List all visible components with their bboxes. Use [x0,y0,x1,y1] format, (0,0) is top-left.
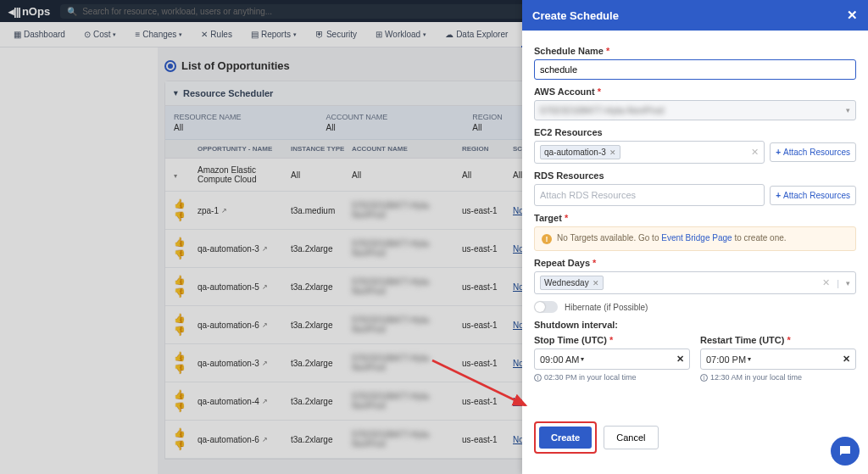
ec2-resources-label: EC2 Resources [534,127,856,137]
restart-time-label: Restart Time (UTC) * [700,335,856,345]
attach-rds-button[interactable]: +Attach Resources [770,186,856,205]
chevron-down-icon: ▾ [846,106,850,114]
highlight-box: Create [534,421,597,454]
cancel-button[interactable]: Cancel [604,426,658,449]
create-schedule-drawer: Create Schedule ✕ Schedule Name * AWS Ac… [522,0,868,474]
rds-resources-input[interactable]: Attach RDS Resources [534,184,765,206]
drawer-title: Create Schedule [532,9,619,22]
restart-time-hint: i12:30 AM in your local time [700,373,856,382]
event-bridge-link[interactable]: Event Bridge Page [661,233,732,243]
remove-chip-icon[interactable]: ✕ [609,148,616,157]
day-chip[interactable]: Wednesday✕ [540,276,604,290]
schedule-name-label: Schedule Name * [534,46,856,56]
create-button[interactable]: Create [539,427,592,449]
target-label: Target * [534,213,856,223]
info-icon: i [534,374,542,382]
restart-time-input[interactable]: 07:00 PM▾ ✕ [700,349,856,370]
clear-icon[interactable]: ✕ [751,147,759,158]
remove-chip-icon[interactable]: ✕ [593,279,599,287]
clear-icon[interactable]: ✕ [676,354,684,365]
resource-chip[interactable]: qa-automation-3✕ [540,145,620,159]
chevron-down-icon: ▾ [846,279,850,287]
attach-ec2-button[interactable]: +Attach Resources [770,142,856,162]
ec2-resources-input[interactable]: qa-automation-3✕ ✕ [534,141,765,164]
clear-icon[interactable]: ✕ [843,354,850,365]
drawer-header: Create Schedule ✕ [522,0,868,31]
schedule-name-input[interactable] [534,59,856,80]
stop-time-label: Stop Time (UTC) * [534,335,690,345]
repeat-days-label: Repeat Days * [534,258,856,268]
close-icon[interactable]: ✕ [847,8,858,23]
stop-time-hint: i02:30 PM in your local time [534,373,690,382]
info-icon: i [700,374,708,382]
hibernate-toggle[interactable] [534,301,558,313]
aws-account-select[interactable]: 570232108477-Hyla-NonProd ▾ [534,100,856,120]
rds-resources-label: RDS Resources [534,170,856,181]
chevron-down-icon: ▾ [748,355,751,363]
shutdown-interval-label: Shutdown interval: [534,320,856,330]
aws-account-label: AWS Account * [534,86,856,97]
drawer-footer: Create Cancel [522,411,868,474]
hibernate-label: Hibernate (if Possible) [565,303,648,312]
target-warning: ! No Targets available. Go to Event Brid… [534,226,856,251]
chat-icon [837,443,853,459]
repeat-days-select[interactable]: Wednesday✕ ✕ | ▾ [534,271,856,294]
chevron-down-icon: ▾ [581,355,584,363]
warning-icon: ! [542,234,552,244]
stop-time-input[interactable]: 09:00 AM▾ ✕ [534,349,690,370]
clear-icon[interactable]: ✕ [822,277,830,288]
intercom-launcher[interactable] [831,437,860,466]
